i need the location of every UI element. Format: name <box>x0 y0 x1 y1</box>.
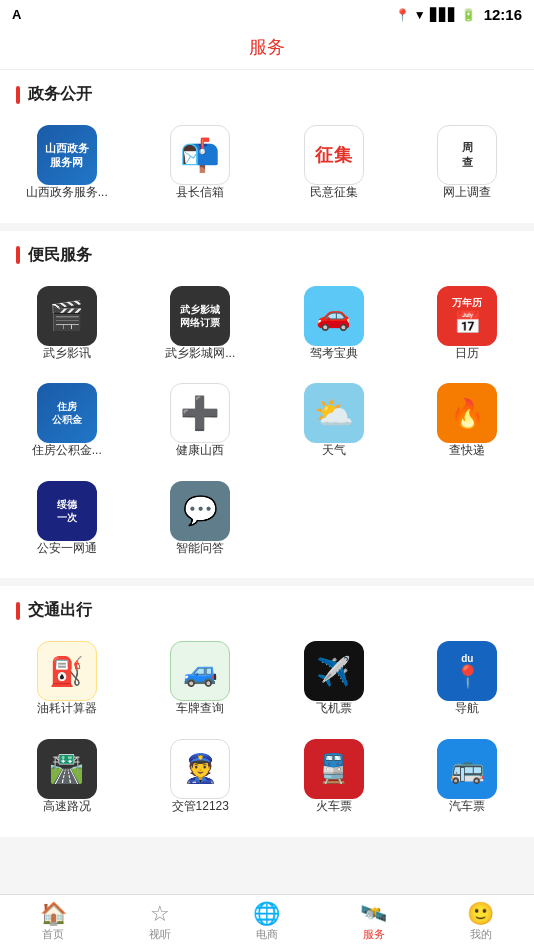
top-nav: 服务 <box>0 27 534 70</box>
label-huoche-piao: 火车票 <box>316 799 352 815</box>
item-gaoshu-lukuang[interactable]: 🛣️ 高速路况 <box>0 729 134 827</box>
icon-wrap-train: 🚆 <box>304 739 364 799</box>
item-feiji-piao[interactable]: ✈️ 飞机票 <box>267 631 401 729</box>
ecommerce-icon: 🌐 <box>253 903 280 925</box>
section-bar-jiaotong <box>16 602 20 620</box>
home-icon: 🏠 <box>40 903 67 925</box>
label-xianzhang-xinxiang: 县长信箱 <box>176 185 224 201</box>
item-zhineng-wenda[interactable]: 💬 智能问答 <box>134 471 268 569</box>
tab-home[interactable]: 🏠 首页 <box>0 895 107 950</box>
tab-service-label: 服务 <box>363 927 385 942</box>
icon-wrap-police: 绥德一次 <box>37 481 97 541</box>
item-minyi-zhengji[interactable]: 征集 民意征集 <box>267 115 401 213</box>
item-cha-kuaidi[interactable]: 🔥 查快递 <box>401 373 535 471</box>
tab-home-label: 首页 <box>42 927 64 942</box>
qa-icon: 💬 <box>183 494 218 527</box>
icon-wrap-map: du 📍 <box>437 641 497 701</box>
item-wuxiang-yingcheng[interactable]: 武乡影城网络订票 武乡影城网... <box>134 276 268 374</box>
tab-ecommerce[interactable]: 🌐 电商 <box>214 895 321 950</box>
item-huoche-piao[interactable]: 🚆 火车票 <box>267 729 401 827</box>
icon-wrap-express: 🔥 <box>437 383 497 443</box>
section-header-jiaotong: 交通出行 <box>0 586 534 631</box>
highway-icon: 🛣️ <box>49 752 84 785</box>
item-jiankang-shanxi[interactable]: ➕ 健康山西 <box>134 373 268 471</box>
map-icon: 📍 <box>454 664 481 690</box>
item-qiche-piao[interactable]: 🚌 汽车票 <box>401 729 535 827</box>
tab-mine[interactable]: 🙂 我的 <box>427 895 534 950</box>
tab-service[interactable]: 🛰️ 服务 <box>320 895 427 950</box>
label-tianqi: 天气 <box>322 443 346 459</box>
item-rili[interactable]: 万年历 📅 日历 <box>401 276 535 374</box>
weather-icon: ⛅ <box>314 394 354 432</box>
battery-icon: 🔋 <box>461 8 476 22</box>
label-gongan-yiwangtong: 公安一网通 <box>37 541 97 557</box>
section-title-zhengwu: 政务公开 <box>28 84 92 105</box>
section-bianmin: 便民服务 🎬 武乡影讯 武乡影城网络订票 武乡影城网... 🚗 驾考宝典 <box>0 231 534 579</box>
item-daohang[interactable]: du 📍 导航 <box>401 631 535 729</box>
item-jiaoguan-12123[interactable]: 👮 交管12123 <box>134 729 268 827</box>
label-gaoshu-lukuang: 高速路况 <box>43 799 91 815</box>
label-youhao-jisuanqi: 油耗计算器 <box>37 701 97 717</box>
listen-icon: ☆ <box>150 903 170 925</box>
grid-jiaotong: ⛽ 油耗计算器 🚙 车牌查询 ✈️ 飞机票 du 📍 <box>0 631 534 826</box>
icon-wrap-highway: 🛣️ <box>37 739 97 799</box>
status-bar: A 📍 ▼ ▋▋▋ 🔋 12:16 <box>0 0 534 27</box>
mailbox-icon: 📬 <box>180 136 220 174</box>
status-icons: 📍 ▼ ▋▋▋ 🔋 12:16 <box>395 6 522 23</box>
section-bar <box>16 86 20 104</box>
label-jiakao-baodian: 驾考宝典 <box>310 346 358 362</box>
icon-wrap-qa: 💬 <box>170 481 230 541</box>
item-wuxiang-yingxun[interactable]: 🎬 武乡影讯 <box>0 276 134 374</box>
icon-wrap-carquery: 🚙 <box>170 641 230 701</box>
driver-icon: 🚗 <box>316 299 351 332</box>
icon-wrap-survey: 周查 <box>437 125 497 185</box>
icon-wrap-housing: 住房公积金 <box>37 383 97 443</box>
icon-wrap-health: ➕ <box>170 383 230 443</box>
label-cha-kuaidi: 查快递 <box>449 443 485 459</box>
section-title-jiaotong: 交通出行 <box>28 600 92 621</box>
grid-zhengwu: 山西政务服务网 山西政务服务... 📬 县长信箱 征集 民意征集 周查 <box>0 115 534 213</box>
label-shanxi-zhengwu: 山西政务服务... <box>26 185 108 201</box>
location-icon: 📍 <box>395 8 410 22</box>
icon-wrap-shanxi: 山西政务服务网 <box>37 125 97 185</box>
item-zhufang-gongjijin[interactable]: 住房公积金 住房公积金... <box>0 373 134 471</box>
section-bar-bianmin <box>16 246 20 264</box>
tab-mine-label: 我的 <box>470 927 492 942</box>
carquery-icon: 🚙 <box>183 655 218 688</box>
tab-bar: 🏠 首页 ☆ 视听 🌐 电商 🛰️ 服务 🙂 我的 <box>0 894 534 950</box>
label-jiankang-shanxi: 健康山西 <box>176 443 224 459</box>
grid-bianmin: 🎬 武乡影讯 武乡影城网络订票 武乡影城网... 🚗 驾考宝典 万年历 <box>0 276 534 569</box>
movie-icon: 🎬 <box>49 299 84 332</box>
item-youhao-jisuanqi[interactable]: ⛽ 油耗计算器 <box>0 631 134 729</box>
item-gongan-yiwangtong[interactable]: 绥德一次 公安一网通 <box>0 471 134 569</box>
signal-icon: ▋▋▋ <box>430 8 457 22</box>
icon-wrap-movie: 🎬 <box>37 286 97 346</box>
item-wangshang-diaocha[interactable]: 周查 网上调查 <box>401 115 535 213</box>
item-jiakao-baodian[interactable]: 🚗 驾考宝典 <box>267 276 401 374</box>
bus-icon: 🚌 <box>450 752 485 785</box>
collect-icon: 征集 <box>315 143 353 167</box>
fuel-icon: ⛽ <box>49 655 84 688</box>
label-feiji-piao: 飞机票 <box>316 701 352 717</box>
item-chepai-chaxun[interactable]: 🚙 车牌查询 <box>134 631 268 729</box>
page-title: 服务 <box>249 37 285 57</box>
icon-wrap-traffic: 👮 <box>170 739 230 799</box>
train-icon: 🚆 <box>316 752 351 785</box>
icon-wrap-cinema: 武乡影城网络订票 <box>170 286 230 346</box>
label-zhineng-wenda: 智能问答 <box>176 541 224 557</box>
section-title-bianmin: 便民服务 <box>28 245 92 266</box>
section-header-bianmin: 便民服务 <box>0 231 534 276</box>
tab-listen[interactable]: ☆ 视听 <box>107 895 214 950</box>
icon-wrap-fuel: ⛽ <box>37 641 97 701</box>
flight-icon: ✈️ <box>316 655 351 688</box>
tab-ecommerce-label: 电商 <box>256 927 278 942</box>
label-jiaoguan-12123: 交管12123 <box>172 799 229 815</box>
icon-wrap-calendar: 万年历 📅 <box>437 286 497 346</box>
item-tianqi[interactable]: ⛅ 天气 <box>267 373 401 471</box>
icon-wrap-flight: ✈️ <box>304 641 364 701</box>
icon-wrap-bus: 🚌 <box>437 739 497 799</box>
section-header-zhengwu: 政务公开 <box>0 70 534 115</box>
item-shanxi-zhengwu[interactable]: 山西政务服务网 山西政务服务... <box>0 115 134 213</box>
item-xianzhang-xinxiang[interactable]: 📬 县长信箱 <box>134 115 268 213</box>
health-icon: ➕ <box>180 394 220 432</box>
